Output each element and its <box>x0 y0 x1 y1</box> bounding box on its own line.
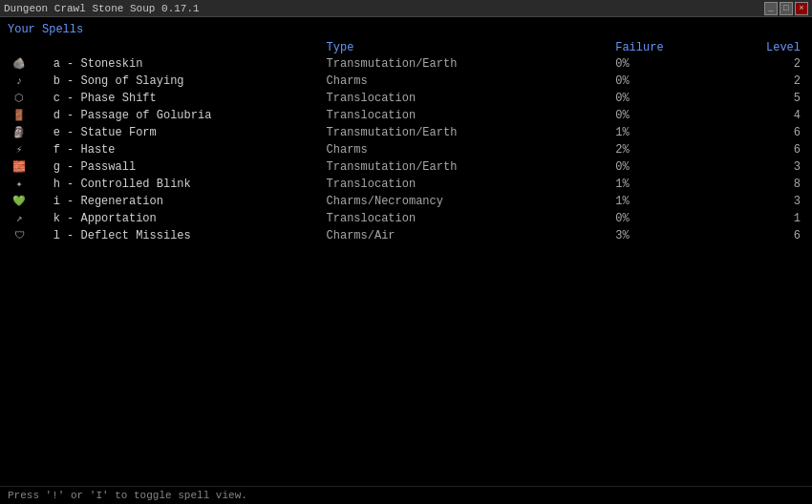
spell-type-cell: Translocation <box>323 210 612 227</box>
spell-key: k - <box>53 212 81 225</box>
bottom-text: Press '!' or 'I' to toggle spell view. <box>8 490 247 501</box>
spell-name: Controlled Blink <box>81 178 191 191</box>
spell-failure-cell: 0% <box>611 210 724 227</box>
spell-level-cell: 3 <box>724 193 804 210</box>
spell-level-cell: 3 <box>724 158 804 176</box>
spell-failure-cell: 0% <box>611 73 724 90</box>
spell-icon: ⚡ <box>11 142 27 158</box>
spell-failure-cell: 1% <box>611 124 724 141</box>
spell-type-cell: Charms/Necromancy <box>323 193 612 210</box>
spell-icon-cell: 🗿 <box>8 124 50 141</box>
titlebar: Dungeon Crawl Stone Soup 0.17.1 _ □ × <box>0 0 812 17</box>
spell-name: Passage of Golubria <box>81 109 212 122</box>
spell-key: c - <box>53 92 81 105</box>
table-row[interactable]: 🧱g - PasswallTransmutation/Earth0%3 <box>8 158 804 176</box>
spell-icon-cell: 🛡 <box>8 227 50 244</box>
close-button[interactable]: × <box>795 2 808 15</box>
spell-icon-cell: 💚 <box>8 193 50 210</box>
spell-key: l - <box>53 229 81 242</box>
table-row[interactable]: ♪b - Song of SlayingCharms0%2 <box>8 73 804 90</box>
spell-icon: ✦ <box>11 177 27 192</box>
spell-type-cell: Charms <box>323 141 612 158</box>
spell-level-cell: 6 <box>724 124 804 141</box>
spell-level-cell: 8 <box>724 176 804 193</box>
spell-failure-cell: 1% <box>611 193 724 210</box>
table-row[interactable]: ↗k - ApportationTranslocation0%1 <box>8 210 804 227</box>
spell-type-cell: Charms <box>323 73 612 90</box>
table-row[interactable]: 🛡l - Deflect MissilesCharms/Air3%6 <box>8 227 804 244</box>
spell-name-cell: f - Haste <box>50 141 323 158</box>
spell-name-cell: l - Deflect Missiles <box>50 227 323 244</box>
spell-name: Passwall <box>81 160 137 174</box>
spell-name: Phase Shift <box>81 92 157 105</box>
spell-level-cell: 6 <box>724 141 804 158</box>
main-content: Your Spells Type Failure Level 🪨a - Ston… <box>0 17 812 250</box>
spell-name: Haste <box>81 143 116 157</box>
table-row[interactable]: ✦h - Controlled BlinkTranslocation1%8 <box>8 176 804 193</box>
spell-type-cell: Translocation <box>323 107 612 124</box>
table-row[interactable]: 🗿e - Statue FormTransmutation/Earth1%6 <box>8 124 804 141</box>
spell-level-cell: 2 <box>724 55 804 73</box>
spell-level-cell: 5 <box>724 90 804 107</box>
spell-icon: ⬡ <box>11 91 27 106</box>
minimize-button[interactable]: _ <box>764 2 778 15</box>
table-row[interactable]: 🪨a - StoneskinTransmutation/Earth0%2 <box>8 55 804 73</box>
spell-name-cell: a - Stoneskin <box>50 55 323 73</box>
spell-key: g - <box>53 160 81 174</box>
spell-icon: 💚 <box>11 194 27 209</box>
spell-icon: ♪ <box>11 74 27 89</box>
spell-name: Stoneskin <box>81 57 143 71</box>
spell-icon: 🪨 <box>11 56 27 72</box>
spell-key: h - <box>53 178 81 191</box>
spell-icon-cell: ⚡ <box>8 141 50 158</box>
spell-failure-cell: 2% <box>611 141 724 158</box>
table-row[interactable]: ⚡f - HasteCharms2%6 <box>8 141 804 158</box>
spell-icon-cell: 🪨 <box>8 55 50 73</box>
spell-failure-cell: 1% <box>611 176 724 193</box>
spell-level-cell: 4 <box>724 107 804 124</box>
spell-failure-cell: 3% <box>611 227 724 244</box>
spell-icon: 🗿 <box>11 125 27 140</box>
col-icon <box>8 40 50 55</box>
col-failure: Failure <box>611 40 724 55</box>
bottom-bar: Press '!' or 'I' to toggle spell view. <box>0 486 812 504</box>
titlebar-buttons: _ □ × <box>764 2 808 15</box>
spell-name: Statue Form <box>81 126 157 139</box>
spell-name: Song of Slaying <box>81 74 184 88</box>
spells-header: Your Spells <box>8 23 804 36</box>
col-level: Level <box>724 40 804 55</box>
table-row[interactable]: 💚i - RegenerationCharms/Necromancy1%3 <box>8 193 804 210</box>
spell-icon-cell: 🚪 <box>8 107 50 124</box>
maximize-button[interactable]: □ <box>780 2 793 15</box>
titlebar-title: Dungeon Crawl Stone Soup 0.17.1 <box>4 3 200 14</box>
spell-icon-cell: ⬡ <box>8 90 50 107</box>
spell-key: d - <box>53 109 81 122</box>
spell-key: i - <box>53 195 81 208</box>
spell-failure-cell: 0% <box>611 90 724 107</box>
spell-level-cell: 1 <box>724 210 804 227</box>
spell-icon: ↗ <box>11 211 27 226</box>
spell-failure-cell: 0% <box>611 158 724 176</box>
spell-icon: 🛡 <box>11 228 27 243</box>
spell-name-cell: e - Statue Form <box>50 124 323 141</box>
spell-key: a - <box>53 57 81 71</box>
spell-key: b - <box>53 74 81 88</box>
table-row[interactable]: ⬡c - Phase ShiftTranslocation0%5 <box>8 90 804 107</box>
spell-level-cell: 2 <box>724 73 804 90</box>
spell-type-cell: Translocation <box>323 176 612 193</box>
spell-icon-cell: ♪ <box>8 73 50 90</box>
spell-name: Apportation <box>81 212 157 225</box>
col-type: Type <box>323 40 612 55</box>
spell-name-cell: d - Passage of Golubria <box>50 107 323 124</box>
spell-name-cell: c - Phase Shift <box>50 90 323 107</box>
spell-icon-cell: ✦ <box>8 176 50 193</box>
spell-icon-cell: ↗ <box>8 210 50 227</box>
spell-failure-cell: 0% <box>611 107 724 124</box>
spell-icon: 🧱 <box>11 159 27 175</box>
spell-icon: 🚪 <box>11 108 27 123</box>
spell-key: f - <box>53 143 81 157</box>
spell-name-cell: b - Song of Slaying <box>50 73 323 90</box>
spell-name-cell: k - Apportation <box>50 210 323 227</box>
spell-type-cell: Translocation <box>323 90 612 107</box>
table-row[interactable]: 🚪d - Passage of GolubriaTranslocation0%4 <box>8 107 804 124</box>
